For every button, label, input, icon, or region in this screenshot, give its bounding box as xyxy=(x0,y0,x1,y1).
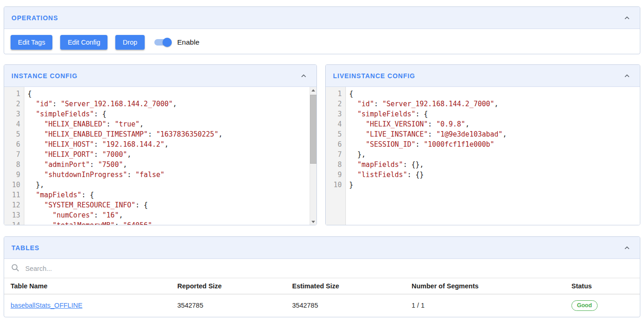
line-number: 9 xyxy=(326,170,342,180)
code-line: "id": "Server_192.168.144.2_7000", xyxy=(349,99,640,109)
editor-vertical-scrollbar[interactable] xyxy=(310,87,316,225)
liveinstance-config-header: LIVEINSTANCE CONFIG xyxy=(326,65,640,87)
line-number: 7 xyxy=(4,149,20,160)
code-line: "HELIX_HOST": "192.168.144.2", xyxy=(28,139,316,149)
edit-tags-button[interactable]: Edit Tags xyxy=(11,35,52,50)
segments-value: 1 / 1 xyxy=(405,294,565,317)
table-name-link[interactable]: baseballStats_OFFLINE xyxy=(11,302,82,309)
column-header-estimated-size[interactable]: Estimated Size xyxy=(286,278,405,294)
enable-toggle[interactable] xyxy=(154,38,171,47)
edit-config-button[interactable]: Edit Config xyxy=(60,35,107,50)
operations-content: Edit Tags Edit Config Drop Enable xyxy=(4,29,640,54)
code-line: { xyxy=(349,89,640,99)
operations-panel: OPERATIONS Edit Tags Edit Config Drop En… xyxy=(4,6,640,54)
tables-table: Table Name Reported Size Estimated Size … xyxy=(4,278,640,317)
line-number: 4 xyxy=(326,119,342,129)
line-number: 2 xyxy=(326,99,342,109)
tables-search-row xyxy=(4,259,640,278)
chevron-up-icon xyxy=(299,71,308,80)
column-header-status[interactable]: Status xyxy=(565,278,640,294)
table-row: baseballStats_OFFLINE 3542785 3542785 1 … xyxy=(4,294,640,317)
toggle-thumb xyxy=(163,38,172,47)
operations-title: OPERATIONS xyxy=(11,14,58,22)
scroll-up-arrow[interactable] xyxy=(310,87,316,94)
instance-config-editor[interactable]: 1234567891011121314 { "id": "Server_192.… xyxy=(4,87,316,225)
code-area: { "id": "Server_192.168.144.2_7000", "si… xyxy=(346,87,640,225)
code-line: }, xyxy=(349,149,640,160)
code-line: } xyxy=(349,180,640,190)
code-line: "simpleFields": { xyxy=(28,109,316,119)
code-line: "HELIX_ENABLED_TIMESTAMP": "163783635022… xyxy=(28,129,316,139)
liveinstance-config-title: LIVEINSTANCE CONFIG xyxy=(333,72,415,80)
table-header-row: Table Name Reported Size Estimated Size … xyxy=(4,278,640,294)
instance-config-header: INSTANCE CONFIG xyxy=(4,65,316,87)
line-number: 10 xyxy=(326,180,342,190)
code-line: "shutdownInProgress": "false" xyxy=(28,170,316,180)
code-line: "SYSTEM_RESOURCE_INFO": { xyxy=(28,200,316,210)
column-header-table-name[interactable]: Table Name xyxy=(4,278,171,294)
enable-toggle-label: Enable xyxy=(177,38,199,46)
code-line: "simpleFields": { xyxy=(349,109,640,119)
tables-panel-header: TABLES xyxy=(4,237,640,259)
tables-title: TABLES xyxy=(11,244,40,252)
code-line: "mapFields": { xyxy=(28,190,316,200)
code-area: { "id": "Server_192.168.144.2_7000", "si… xyxy=(24,87,316,225)
estimated-size-value: 3542785 xyxy=(286,294,405,317)
code-line: "HELIX_VERSION": "0.9.8", xyxy=(349,119,640,129)
line-number: 4 xyxy=(4,119,20,129)
tables-collapse-button[interactable] xyxy=(621,242,633,253)
liveinstance-config-collapse-button[interactable] xyxy=(621,70,633,81)
liveinstance-config-editor[interactable]: 12345678910 { "id": "Server_192.168.144.… xyxy=(326,87,640,225)
code-line: { xyxy=(28,89,316,99)
code-line: }, xyxy=(28,180,316,190)
line-number: 6 xyxy=(4,139,20,149)
line-number: 3 xyxy=(326,109,342,119)
line-number: 2 xyxy=(4,99,20,109)
tables-panel: TABLES Table Nam xyxy=(4,236,640,317)
line-number: 1 xyxy=(326,89,342,99)
code-line: "adminPort": "7500", xyxy=(28,160,316,170)
line-number: 6 xyxy=(326,139,342,149)
chevron-up-icon xyxy=(622,243,632,252)
line-number: 5 xyxy=(326,129,342,139)
code-line: "listFields": {} xyxy=(349,170,640,180)
line-number: 9 xyxy=(4,170,20,180)
line-number: 11 xyxy=(4,190,20,200)
scroll-down-arrow[interactable] xyxy=(310,218,316,225)
code-line: "totalMemoryMB": "64056", xyxy=(28,220,316,225)
line-number: 13 xyxy=(4,210,20,220)
code-line: "HELIX_PORT": "7000", xyxy=(28,149,316,160)
line-number: 14 xyxy=(4,220,20,225)
line-number: 5 xyxy=(4,129,20,139)
line-number: 7 xyxy=(326,149,342,160)
liveinstance-config-panel: LIVEINSTANCE CONFIG 12345678910 { "id": … xyxy=(325,64,640,225)
tables-search-input[interactable] xyxy=(25,265,633,272)
code-line: "LIVE_INSTANCE": "1@9e3de103abad", xyxy=(349,129,640,139)
status-badge: Good xyxy=(571,300,598,311)
server-details-page: OPERATIONS Edit Tags Edit Config Drop En… xyxy=(0,0,644,317)
column-header-reported-size[interactable]: Reported Size xyxy=(171,278,286,294)
instance-config-panel: INSTANCE CONFIG 1234567891011121314 { "i… xyxy=(4,64,317,225)
line-number-gutter: 1234567891011121314 xyxy=(4,87,24,225)
instance-config-collapse-button[interactable] xyxy=(298,70,309,81)
instance-config-title: INSTANCE CONFIG xyxy=(11,72,78,80)
scrollbar-thumb[interactable] xyxy=(310,95,316,164)
chevron-up-icon xyxy=(622,13,632,23)
line-number: 8 xyxy=(4,160,20,170)
operations-panel-header: OPERATIONS xyxy=(4,7,640,29)
search-icon xyxy=(11,263,20,274)
code-line: "HELIX_ENABLED": "true", xyxy=(28,119,316,129)
line-number: 8 xyxy=(326,160,342,170)
reported-size-value: 3542785 xyxy=(171,294,286,317)
line-number: 10 xyxy=(4,180,20,190)
column-header-number-of-segments[interactable]: Number of Segments xyxy=(405,278,565,294)
code-line: "id": "Server_192.168.144.2_7000", xyxy=(28,99,316,109)
line-number: 1 xyxy=(4,89,20,99)
code-line: "SESSION_ID": "1000fcf1f1e000b" xyxy=(349,139,640,149)
config-row: INSTANCE CONFIG 1234567891011121314 { "i… xyxy=(4,64,640,225)
line-number-gutter: 12345678910 xyxy=(326,87,346,225)
drop-button[interactable]: Drop xyxy=(115,35,144,50)
code-line: "mapFields": {}, xyxy=(349,160,640,170)
chevron-up-icon xyxy=(622,71,632,80)
operations-collapse-button[interactable] xyxy=(621,12,633,23)
